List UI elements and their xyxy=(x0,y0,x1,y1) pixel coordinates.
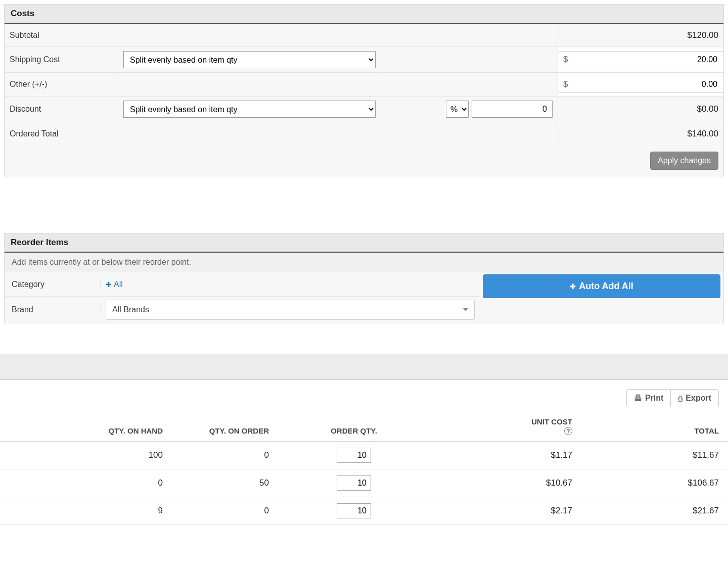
category-all-link[interactable]: All xyxy=(106,280,123,289)
items-topbar xyxy=(0,354,728,380)
discount-row: Discount Split evenly based on item qty … xyxy=(5,97,723,122)
col-order-qty: ORDER QTY. xyxy=(278,412,430,442)
brand-label: Brand xyxy=(5,305,101,314)
ordered-total-value: $140.00 xyxy=(558,122,723,146)
category-row: Category All xyxy=(5,272,480,297)
items-section: Print Export QTY. ON HAND QTY. ON ORDER … xyxy=(0,354,728,525)
ordered-total-label: Ordered Total xyxy=(5,122,118,146)
brand-row: Brand All Brands xyxy=(5,297,480,323)
cell-total: $11.67 xyxy=(581,442,728,469)
cell-qty-on-order: 50 xyxy=(172,469,278,497)
cell-unit-cost: $10.67 xyxy=(430,469,581,497)
cell-qty-on-order: 0 xyxy=(172,497,278,525)
discount-unit-select[interactable]: % xyxy=(446,101,469,118)
col-total: TOTAL xyxy=(581,412,728,442)
export-icon xyxy=(678,394,682,403)
apply-changes-button[interactable]: Apply changes xyxy=(650,152,718,170)
plus-icon xyxy=(106,280,112,289)
cell-total: $106.67 xyxy=(581,469,728,497)
print-button[interactable]: Print xyxy=(626,389,671,407)
discount-label: Discount xyxy=(5,97,118,122)
cell-qty-on-hand: 100 xyxy=(0,442,172,469)
discount-value: $0.00 xyxy=(558,97,723,122)
order-qty-input[interactable] xyxy=(337,448,371,463)
discount-amount-input[interactable] xyxy=(472,101,553,118)
discount-method-select[interactable]: Split evenly based on item qty xyxy=(123,101,376,118)
shipping-row: Shipping Cost Split evenly based on item… xyxy=(5,47,723,73)
cell-qty-on-hand: 0 xyxy=(0,469,172,497)
print-icon xyxy=(634,394,642,403)
reorder-header: Reorder Items xyxy=(5,233,723,253)
brand-select[interactable]: All Brands xyxy=(106,300,475,320)
col-unit-cost: UNIT COST ? xyxy=(430,412,581,442)
shipping-label: Shipping Cost xyxy=(5,47,118,72)
subtotal-row: Subtotal $120.00 xyxy=(5,24,723,47)
order-qty-input[interactable] xyxy=(337,503,371,518)
col-qty-on-hand: QTY. ON HAND xyxy=(0,412,172,442)
reorder-subtext: Add items currently at or below their re… xyxy=(5,253,723,272)
cell-unit-cost: $1.17 xyxy=(430,442,581,469)
table-row: 050$10.67$106.67 xyxy=(0,469,728,497)
shipping-method-select[interactable]: Split evenly based on item qty xyxy=(123,51,376,68)
plus-icon xyxy=(570,281,576,292)
export-button[interactable]: Export xyxy=(671,389,719,407)
other-label: Other (+/-) xyxy=(5,73,118,96)
chevron-down-icon xyxy=(463,308,468,311)
subtotal-label: Subtotal xyxy=(5,24,118,46)
subtotal-value: $120.00 xyxy=(558,24,723,46)
reorder-panel: Reorder Items Add items currently at or … xyxy=(4,233,724,323)
dollar-icon: $ xyxy=(558,76,573,92)
items-table: QTY. ON HAND QTY. ON ORDER ORDER QTY. UN… xyxy=(0,412,728,525)
other-row: Other (+/-) $ xyxy=(5,73,723,97)
cell-qty-on-hand: 9 xyxy=(0,497,172,525)
shipping-amount-input[interactable] xyxy=(573,52,723,68)
costs-header: Costs xyxy=(5,5,723,24)
help-icon[interactable]: ? xyxy=(564,427,572,435)
cell-unit-cost: $2.17 xyxy=(430,497,581,525)
dollar-icon: $ xyxy=(558,52,573,68)
order-qty-input[interactable] xyxy=(337,475,371,491)
ordered-total-row: Ordered Total $140.00 xyxy=(5,122,723,146)
cell-total: $21.67 xyxy=(581,497,728,525)
auto-add-all-button[interactable]: Auto Add All xyxy=(483,274,720,298)
other-amount-input[interactable] xyxy=(573,76,723,92)
table-row: 1000$1.17$11.67 xyxy=(0,442,728,469)
costs-panel: Costs Subtotal $120.00 Shipping Cost Spl… xyxy=(4,4,724,177)
col-qty-on-order: QTY. ON ORDER xyxy=(172,412,278,442)
category-label: Category xyxy=(5,280,101,289)
cell-qty-on-order: 0 xyxy=(172,442,278,469)
table-row: 90$2.17$21.67 xyxy=(0,497,728,525)
